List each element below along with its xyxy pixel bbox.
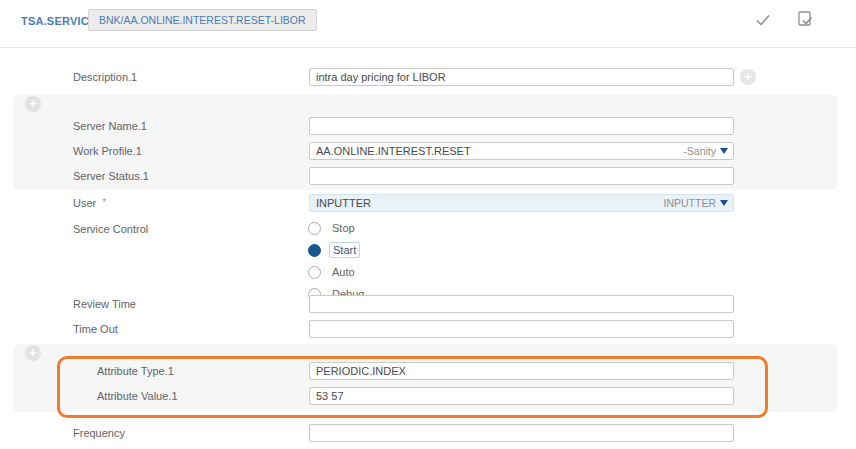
add-server-group-button[interactable] bbox=[25, 96, 41, 112]
radio-circle-icon bbox=[308, 266, 321, 279]
review-time-label: Review Time bbox=[73, 295, 136, 313]
add-description-button[interactable] bbox=[740, 69, 756, 85]
user-suffix: INPUTTER bbox=[664, 197, 717, 209]
attribute-value-input[interactable] bbox=[309, 387, 734, 405]
radio-circle-icon bbox=[308, 244, 321, 257]
review-time-input[interactable] bbox=[309, 295, 734, 313]
description-label: Description.1 bbox=[73, 68, 137, 86]
server-name-label: Server Name.1 bbox=[73, 117, 147, 135]
chevron-down-icon bbox=[720, 200, 728, 206]
user-value: INPUTTER bbox=[316, 197, 664, 209]
time-out-label: Time Out bbox=[73, 320, 118, 338]
commit-check-icon[interactable] bbox=[754, 11, 772, 33]
attribute-value-label: Attribute Value.1 bbox=[97, 387, 178, 405]
add-attribute-group-button[interactable] bbox=[25, 345, 41, 361]
tsa-service-form: TSA.SERVICE BNK/AA.ONLINE.INTEREST.RESET… bbox=[0, 0, 856, 449]
required-asterisk: * bbox=[102, 197, 106, 208]
description-input[interactable] bbox=[309, 68, 734, 86]
record-id-chip: BNK/AA.ONLINE.INTEREST.RESET-LIBOR bbox=[88, 9, 317, 31]
server-status-input[interactable] bbox=[309, 167, 734, 185]
radio-circle-icon bbox=[308, 222, 321, 235]
work-profile-value: AA.ONLINE.INTEREST.RESET bbox=[316, 145, 683, 157]
service-control-label: Service Control bbox=[73, 220, 148, 238]
user-select[interactable]: INPUTTER INPUTTER bbox=[309, 194, 734, 212]
chevron-down-icon bbox=[720, 148, 728, 154]
radio-auto[interactable]: Auto bbox=[308, 265, 355, 279]
radio-start-label: Start bbox=[329, 242, 360, 258]
validate-document-icon[interactable] bbox=[796, 9, 814, 33]
work-profile-suffix: -Sanity bbox=[683, 145, 716, 157]
time-out-input[interactable] bbox=[309, 320, 734, 338]
user-label: User* bbox=[73, 194, 106, 212]
server-status-label: Server Status.1 bbox=[73, 167, 149, 185]
frequency-label: Frequency bbox=[73, 424, 125, 442]
form-name-label: TSA.SERVICE bbox=[21, 11, 96, 31]
radio-start[interactable]: Start bbox=[308, 243, 360, 257]
work-profile-label: Work Profile.1 bbox=[73, 142, 142, 160]
radio-stop[interactable]: Stop bbox=[308, 221, 355, 235]
header-divider bbox=[0, 47, 856, 48]
user-label-text: User bbox=[73, 197, 96, 209]
radio-auto-label: Auto bbox=[332, 265, 355, 279]
frequency-input[interactable] bbox=[309, 424, 734, 442]
attribute-type-label: Attribute Type.1 bbox=[97, 362, 174, 380]
radio-stop-label: Stop bbox=[332, 221, 355, 235]
work-profile-select[interactable]: AA.ONLINE.INTEREST.RESET -Sanity bbox=[309, 142, 734, 160]
attribute-type-input[interactable] bbox=[309, 362, 734, 380]
server-name-input[interactable] bbox=[309, 117, 734, 135]
